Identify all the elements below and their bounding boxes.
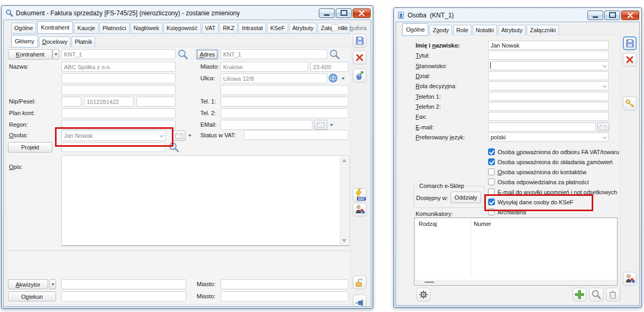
cancel-button[interactable]	[353, 51, 366, 64]
tab-ogolne[interactable]: Ogólne	[11, 23, 36, 34]
telefon1-input[interactable]	[488, 92, 609, 101]
column-header-rodzaj[interactable]: Rodzaj	[419, 221, 437, 227]
checkbox-archiwalna[interactable]: Archiwalna	[488, 208, 526, 216]
tab-ksef[interactable]: KSeF	[267, 23, 288, 34]
dzial-input[interactable]	[488, 71, 609, 80]
tab-platnosci[interactable]: Płatności	[99, 23, 130, 34]
scroll-down-icon[interactable]	[342, 239, 346, 242]
opis-textarea[interactable]	[61, 155, 349, 246]
nip-prefix-input[interactable]	[61, 97, 81, 107]
column-divider[interactable]	[471, 219, 471, 277]
akwizytor-miasto-input[interactable]	[220, 279, 348, 289]
imie-input[interactable]	[488, 41, 609, 50]
tab-rkz[interactable]: RKZ	[219, 23, 237, 34]
checkbox-platnosci[interactable]: Osoba odpowiedzialna za płatności	[488, 178, 588, 186]
komunikatory-table[interactable]: Rodzaj Numer	[414, 218, 618, 286]
nip-suffix-input[interactable]	[136, 97, 176, 107]
osoba-dropdown-button[interactable]	[187, 130, 193, 141]
adres-button[interactable]: Adres	[196, 49, 218, 60]
fax-input[interactable]	[488, 112, 609, 121]
postal-code-input[interactable]	[310, 62, 348, 72]
email-input[interactable]	[220, 120, 312, 130]
kontrahent-dropdown-button[interactable]	[52, 49, 59, 60]
tab-kaucje[interactable]: Kaucje	[74, 23, 98, 34]
address-extra-input[interactable]	[220, 85, 348, 95]
checkbox-skladanie-zamowien[interactable]: Osoba upoważniona do składania zamówień	[488, 158, 613, 166]
ulica-input[interactable]	[220, 73, 327, 83]
nip-input[interactable]	[84, 97, 134, 107]
email-input[interactable]	[488, 122, 596, 131]
settings-gear-button[interactable]	[417, 288, 430, 301]
search-button[interactable]	[589, 288, 604, 301]
akwizytor-dropdown-button[interactable]	[49, 279, 56, 289]
checkbox-odbior-fa[interactable]: Osoba upoważniona do odbioru FA VAT/towa…	[488, 148, 619, 156]
oddzialy-button[interactable]: Oddziały	[450, 192, 481, 203]
opiekun-miasto-input[interactable]	[220, 291, 348, 301]
checkbox-upomnienia[interactable]: E-mail do wysyłki upomnień i not odsetko…	[488, 188, 617, 196]
save-button[interactable]	[623, 36, 637, 50]
column-header-numer[interactable]: Numer	[474, 221, 491, 227]
osoba-combobox[interactable]: Jan Nowak	[61, 130, 165, 141]
tab-intrastat[interactable]: Intrastat	[238, 23, 266, 34]
osoba-envelope-button[interactable]	[172, 130, 186, 141]
akwizytor-input[interactable]	[61, 279, 186, 289]
tab-role[interactable]: Role	[453, 25, 472, 36]
tab-kontrahent[interactable]: Kontrahent	[37, 21, 73, 34]
tab-zalaczniki[interactable]: Załączniki	[527, 25, 559, 36]
adres-search-icon[interactable]	[328, 48, 341, 61]
checkbox-box[interactable]	[488, 188, 495, 195]
nazwa-line3-input[interactable]	[61, 85, 176, 95]
adres-code-input[interactable]	[220, 49, 327, 59]
akwizytor-button[interactable]: Akwizytor	[8, 279, 48, 289]
kontrahent-code-input[interactable]	[61, 49, 176, 59]
tel2-input[interactable]	[220, 108, 348, 118]
checkbox-box[interactable]	[488, 178, 495, 185]
checkbox-box[interactable]	[488, 168, 495, 175]
tab-zgody[interactable]: Zgody	[429, 25, 452, 36]
minimize-button[interactable]	[587, 11, 603, 20]
lock-button[interactable]	[353, 276, 366, 289]
opiekun-input[interactable]	[61, 291, 186, 301]
address-globe-icon[interactable]	[328, 73, 339, 84]
scroll-up-icon[interactable]	[342, 159, 346, 162]
projekt-search-icon[interactable]	[168, 141, 180, 154]
telefon2-input[interactable]	[488, 102, 609, 111]
projekt-input[interactable]	[61, 143, 165, 152]
do-bufora-box[interactable]	[332, 24, 338, 31]
hscroll-grip[interactable]	[425, 281, 434, 283]
maximize-button[interactable]	[604, 11, 620, 20]
tab-vat[interactable]: VAT	[202, 23, 219, 34]
close-button[interactable]	[353, 8, 371, 18]
contact-person-button[interactable]	[623, 272, 637, 286]
nazwa-line2-input[interactable]	[61, 73, 176, 83]
pin-button[interactable]	[353, 295, 366, 307]
vat-rates-button[interactable]: VAT	[353, 188, 366, 202]
tab-ogolne[interactable]: Ogólne	[402, 23, 428, 36]
status-vat-input[interactable]	[244, 130, 348, 140]
checkbox-kontakty[interactable]: Osoba upoważniona do kontaktów	[488, 168, 586, 176]
add-button[interactable]	[573, 288, 586, 301]
do-bufora-checkbox[interactable]: Do bufora	[332, 24, 366, 32]
subtab-platnik[interactable]: Płatnik	[71, 36, 95, 48]
save-button[interactable]	[353, 34, 366, 48]
tab-naglowek[interactable]: Nagłówek	[131, 23, 162, 34]
email-envelope-button[interactable]	[597, 122, 609, 131]
stanowisko-combobox[interactable]	[488, 61, 609, 70]
contact-person-button[interactable]	[353, 203, 366, 216]
tab-atrybuty[interactable]: Atrybuty	[498, 25, 526, 36]
nazwa-input[interactable]	[61, 62, 176, 72]
person-titlebar[interactable]: Osoba (KNT_1)	[394, 8, 641, 22]
checkbox-box[interactable]	[488, 158, 495, 165]
tab-atrybuty[interactable]: Atrybuty	[289, 23, 317, 34]
table-hscroll[interactable]	[415, 280, 617, 285]
miasto-input[interactable]	[220, 62, 308, 72]
close-button[interactable]	[621, 11, 639, 20]
maximize-button[interactable]	[336, 8, 352, 18]
minimize-button[interactable]	[319, 8, 335, 18]
tel1-input[interactable]	[220, 97, 348, 107]
subtab-docelowy[interactable]: Docelowy	[39, 36, 71, 48]
delete-button[interactable]	[606, 288, 620, 301]
cancel-button[interactable]	[623, 53, 637, 67]
checkbox-box[interactable]	[488, 209, 495, 215]
key-button[interactable]	[623, 97, 637, 110]
